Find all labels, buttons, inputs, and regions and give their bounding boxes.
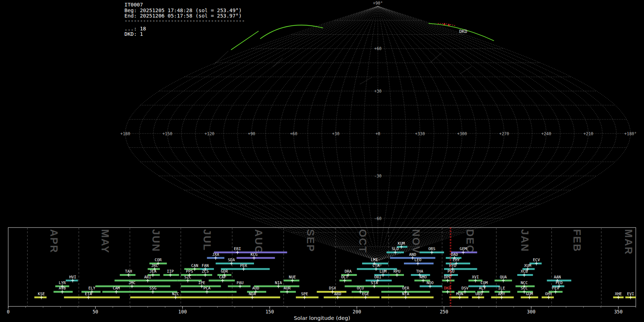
shower-code-label: MON	[456, 292, 463, 296]
month-label: FEB	[571, 229, 583, 252]
divider-line: ---------------------------------------	[125, 18, 245, 24]
shower-code-label: ARI	[144, 275, 151, 279]
shower-code-label: PAU	[236, 280, 244, 285]
month-label: JUN	[150, 229, 162, 252]
shower-code-label: XCB	[521, 269, 528, 274]
shower-code-label: CAN	[191, 263, 198, 268]
month-label: SEP	[305, 229, 316, 252]
shower-activity-bar	[254, 286, 299, 287]
lon-label: +300	[457, 131, 467, 136]
shower-KSE: KSE	[34, 292, 47, 299]
shower-code-label: URS	[475, 292, 483, 296]
shower-code-label: AUR	[284, 286, 291, 291]
shower-IPE: IPE	[181, 280, 221, 288]
shower-code-label: COM	[480, 280, 488, 285]
shower-code-label: AVB	[59, 286, 66, 291]
shower-code-label: NOO	[426, 280, 434, 285]
lat-label: -30	[374, 174, 382, 179]
shower-code-label: LMI	[371, 258, 378, 262]
shower-OHY: OHY	[542, 292, 554, 299]
shower-DKD: DKD	[442, 286, 454, 293]
shower-code-label: PER	[240, 263, 247, 268]
lon-label: +150	[162, 131, 172, 136]
shower-DSX: DSX	[317, 286, 346, 293]
shower-code-label: GDR	[221, 269, 228, 274]
pole-north-label: +90°	[373, 1, 383, 6]
tick-label: 150	[265, 309, 274, 314]
lon-label: +60	[290, 131, 297, 136]
shower-code-label: CAP	[219, 275, 226, 279]
shower-code-label: IPE	[198, 280, 205, 285]
shower-JMC: JMC	[96, 280, 171, 288]
month-label: JAN	[519, 229, 531, 252]
x-axis-label: Solar longitude (deg)	[294, 315, 350, 321]
shower-code-label: QUA	[500, 275, 507, 279]
shower-activity-bar	[381, 297, 434, 298]
shower-EVI: EVI	[625, 292, 636, 299]
shower-code-label: JXA	[212, 252, 219, 257]
faint-meteor-track	[460, 67, 472, 74]
shower-code-label: NUE	[289, 275, 296, 279]
shower-code-label: KCG	[250, 252, 258, 257]
session-header: IT0007 Beg: 20251205 17:48:28 (sol = 253…	[125, 2, 245, 37]
shower-code-label: AUD	[252, 286, 259, 291]
lat-label: +60	[374, 46, 382, 51]
station-id: IT0007	[125, 2, 143, 8]
shower-ORS: ORS	[420, 247, 444, 254]
shower-activity-bar	[130, 297, 228, 298]
shower-name-on-map: DKD	[459, 29, 467, 34]
shower-XHE: XHE	[613, 292, 624, 299]
shower-code-label: COR	[155, 258, 162, 262]
shower-XCB: XCB	[517, 269, 533, 277]
shower-code-label: AMO	[420, 275, 427, 279]
shower-NUE: NUE	[284, 275, 299, 282]
lat-label: +30	[374, 89, 382, 94]
month-label: OCT	[357, 229, 369, 253]
shower-code-label: GEM	[460, 247, 467, 251]
shower-code-label: LEO	[414, 258, 421, 262]
lon-label: +30	[332, 131, 340, 136]
month-label: NOV	[410, 229, 422, 254]
lon-label: +210	[584, 131, 594, 136]
shower-code-label: RPU	[394, 269, 401, 274]
shower-STA: STA	[345, 280, 404, 288]
lat-label: -60	[374, 216, 382, 221]
shower-code-label: LYR	[59, 280, 66, 285]
shower-ZCS: ZCS	[196, 269, 212, 277]
tick-label: 350	[614, 309, 623, 314]
shower-code-label: LUM	[380, 269, 387, 274]
shower-code-label: ZCS	[202, 269, 209, 274]
shower-code-label: SLD	[392, 247, 399, 251]
shower-activity-bar	[228, 297, 280, 298]
shower-code-label: AND	[409, 252, 416, 257]
shower-code-label: DSV	[462, 286, 469, 291]
shower-code-label: FEV	[552, 286, 559, 291]
shower-code-label: GUM	[526, 292, 533, 296]
shower-code-label: ORI	[374, 275, 381, 279]
tick-label: 0	[7, 309, 10, 314]
shower-code-label: ILE	[498, 286, 505, 291]
shower-code-label: XVI	[472, 275, 479, 279]
meteor-track	[231, 31, 258, 50]
shower-code-label: ORS	[428, 247, 435, 251]
tick-label: 50	[93, 309, 98, 314]
shower-code-label: KUM	[398, 241, 405, 246]
lon-label: +180	[120, 131, 130, 136]
month-label: MAR	[623, 229, 634, 255]
shower-code-label: CAM	[113, 286, 120, 291]
shower-code-label: AHY	[498, 292, 505, 296]
shower-code-label: KSE	[38, 292, 45, 296]
shower-code-label: XUM	[524, 263, 531, 268]
shower-code-label: SPE	[301, 292, 308, 296]
shower-ECV: ECV	[530, 258, 542, 265]
faint-meteor-track	[430, 53, 442, 63]
shower-code-label: OCT	[341, 275, 348, 279]
shower-code-label: NTA	[402, 292, 409, 296]
shower-code-label: NIA	[275, 280, 282, 285]
shower-code-label: STA	[371, 280, 378, 285]
shower-code-label: NCC	[521, 280, 528, 285]
month-label: MAY	[99, 229, 111, 254]
shower-code-label: FAN	[202, 263, 209, 268]
lon-label: +90	[248, 131, 255, 136]
month-label: APR	[48, 229, 60, 253]
